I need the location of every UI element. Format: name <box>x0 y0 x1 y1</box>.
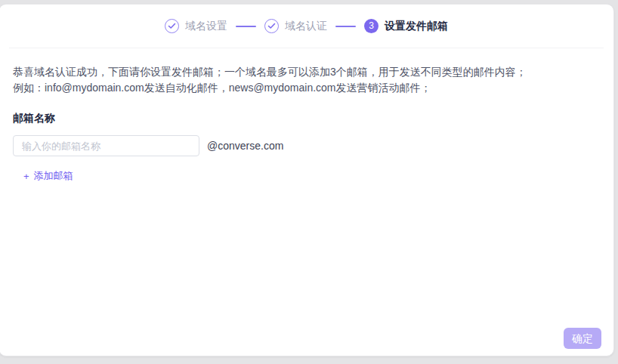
intro-line-1: 恭喜域名认证成功，下面请你设置发件邮箱；一个域名最多可以添加3个邮箱，用于发送不… <box>13 64 600 80</box>
step-label-domain-verify: 域名认证 <box>285 20 327 33</box>
email-input-row: @converse.com <box>13 135 600 156</box>
add-email-link[interactable]: + 添加邮箱 <box>23 169 73 183</box>
step-label-domain-setup: 域名设置 <box>185 20 227 33</box>
intro-line-2: 例如：info@mydomain.com发送自动化邮件，news@mydomai… <box>13 80 600 96</box>
email-name-input[interactable] <box>13 135 199 156</box>
step-domain-setup: 域名设置 <box>165 19 227 33</box>
check-circle-icon <box>165 19 179 33</box>
wizard-header: 域名设置 域名认证 3 设置发件邮箱 <box>0 5 613 48</box>
step-label-sender-email: 设置发件邮箱 <box>385 20 448 33</box>
step-connector <box>335 26 356 27</box>
confirm-button[interactable]: 确定 <box>564 328 601 349</box>
check-circle-icon <box>264 19 279 33</box>
step-number-badge: 3 <box>364 19 379 33</box>
check-icon <box>168 23 176 29</box>
stepper: 域名设置 域名认证 3 设置发件邮箱 <box>165 19 448 33</box>
main-content: 恭喜域名认证成功，下面请你设置发件邮箱；一个域名最多可以添加3个邮箱，用于发送不… <box>0 48 613 183</box>
step-connector <box>236 26 256 27</box>
step-domain-verify: 域名认证 <box>264 19 327 33</box>
step-sender-email: 3 设置发件邮箱 <box>364 19 448 33</box>
intro-text: 恭喜域名认证成功，下面请你设置发件邮箱；一个域名最多可以添加3个邮箱，用于发送不… <box>13 64 600 96</box>
plus-icon: + <box>23 171 29 182</box>
email-name-label: 邮箱名称 <box>13 112 600 125</box>
check-icon <box>267 23 276 29</box>
domain-suffix: @converse.com <box>207 140 283 152</box>
setup-card: 域名设置 域名认证 3 设置发件邮箱 恭喜域名认证成功，下面请你设置发件邮箱；一… <box>0 4 614 356</box>
header-divider <box>9 48 604 48</box>
add-email-label: 添加邮箱 <box>34 169 73 183</box>
